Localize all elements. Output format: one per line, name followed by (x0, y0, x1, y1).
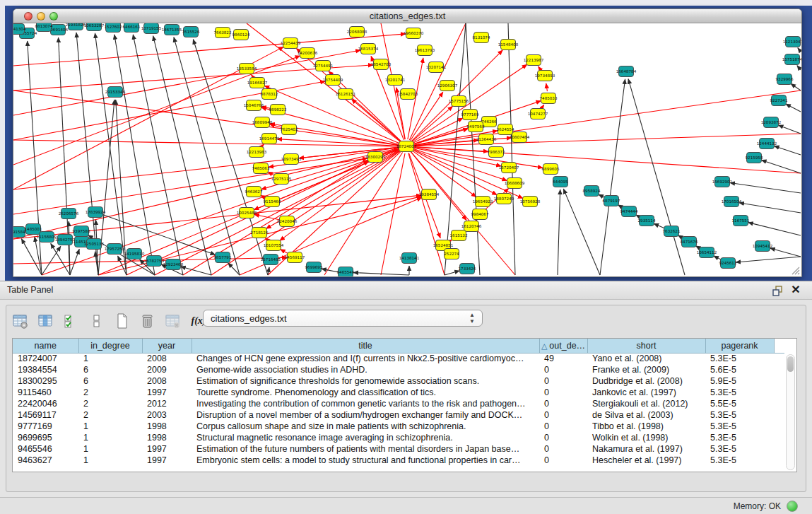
table-row[interactable]: 1938455462009Genome-wide association stu… (13, 364, 784, 375)
table-cell[interactable]: 5.9E-5 (705, 375, 774, 387)
graph-node[interactable]: 9115460 (264, 197, 281, 207)
float-panel-icon[interactable] (771, 284, 784, 297)
table-row[interactable]: 911546021997Tourette syndrome. Phenomeno… (13, 387, 784, 398)
graph-node[interactable]: 7625402 (281, 124, 298, 135)
table-cell[interactable]: 9777169 (13, 421, 78, 432)
graph-node[interactable]: 11548408 (498, 40, 519, 50)
table-cell[interactable]: 1 (78, 432, 142, 443)
graph-node[interactable]: 7485063 (252, 163, 270, 174)
graph-node[interactable]: 26206576 (59, 209, 79, 219)
graph-node[interactable]: 10756928 (520, 197, 541, 207)
table-cell[interactable]: Tourette syndrome. Phenomenology and cla… (192, 387, 539, 398)
table-cell[interactable]: de Silva et al. (2003) (587, 409, 705, 421)
graph-node[interactable]: 12906307 (437, 81, 458, 91)
window-titlebar[interactable]: citations_edges.txt (13, 9, 801, 23)
table-cell[interactable]: Franke et al. (2009) (587, 364, 705, 375)
column-header-in_degree[interactable]: in_degree (78, 339, 142, 353)
table-row[interactable]: 977716911998Corpus callosum shape and si… (13, 421, 784, 432)
graph-node[interactable]: 9245612 (719, 258, 737, 269)
table-cell[interactable]: 9699695 (13, 432, 78, 443)
graph-node[interactable]: 22420046 (277, 216, 298, 227)
graph-node[interactable]: 10807484 (510, 132, 530, 143)
graph-node[interactable]: 252274 (444, 249, 459, 259)
table-cell[interactable]: Yano et al. (2008) (587, 353, 705, 364)
graph-node[interactable]: 12254439 (281, 38, 301, 49)
table-cell[interactable]: 1997 (142, 387, 192, 398)
table-cell[interactable]: 2 (78, 398, 142, 409)
graph-node[interactable]: 22068088 (347, 27, 367, 37)
graph-node[interactable]: 9465546 (337, 267, 355, 277)
table-cell[interactable]: 22420046 (13, 398, 78, 409)
graph-node[interactable]: 15692901 (712, 177, 733, 187)
table-cell[interactable]: Nakamura et al. (1997) (587, 443, 705, 455)
graph-node[interactable]: 6899605 (542, 164, 560, 175)
table-cell[interactable]: Stergiakouli et al. (2012) (587, 398, 705, 409)
table-cell[interactable]: 5.6E-5 (705, 364, 774, 375)
graph-node[interactable]: 29153346 (105, 87, 126, 98)
graph-node[interactable]: 16648784 (616, 66, 637, 77)
graph-node[interactable]: 2718126 (251, 228, 269, 238)
table-cell[interactable]: Corpus callosum shape and size in male p… (192, 421, 539, 432)
table-cell[interactable]: Tibbo et al. (1998) (587, 421, 705, 432)
table-cell[interactable]: 1 (78, 421, 142, 432)
graph-node[interactable]: 14195810 (124, 249, 145, 259)
graph-node[interactable]: 1841304 (13, 24, 26, 35)
table-cell[interactable]: Embryonic stem cells: a model to study s… (192, 455, 539, 466)
table-cell[interactable]: 2 (78, 409, 142, 421)
table-cell[interactable]: Changes of HCN gene expression and I(f) … (192, 353, 539, 364)
table-cell[interactable]: 5.3E-5 (705, 387, 774, 398)
table-cell[interactable]: 0 (539, 387, 587, 398)
table-cell[interactable]: Estimation of the future numbers of pati… (192, 443, 539, 455)
graph-node[interactable]: 9857791 (214, 252, 232, 263)
graph-node[interactable]: 9397588 (73, 226, 90, 237)
graph-node[interactable]: 14200676 (298, 48, 318, 59)
graph-node[interactable]: 644095 (553, 177, 568, 187)
table-cell[interactable]: 19384554 (13, 364, 78, 375)
table-cell[interactable]: 2009 (142, 364, 192, 375)
graph-node[interactable]: 7615526 (182, 27, 200, 37)
network-table-select[interactable]: citations_edges.txt ▲▼ (203, 310, 483, 327)
table-cell[interactable]: 5.3E-5 (705, 432, 774, 443)
table-row[interactable]: 969969511998Structural magnetic resonanc… (13, 432, 784, 443)
graph-node[interactable]: 9463627 (245, 187, 263, 197)
graph-node[interactable]: 13201741 (385, 75, 406, 86)
graph-node[interactable]: 9898222 (269, 105, 287, 115)
graph-node[interactable]: 1733426 (459, 264, 476, 274)
graph-node[interactable]: 19384554 (419, 189, 440, 200)
graph-node[interactable]: 17839924 (86, 207, 106, 218)
graph-node[interactable]: 18807249 (494, 194, 514, 204)
resize-grip-icon[interactable] (790, 265, 800, 275)
table-cell[interactable]: Wolkin et al. (1998) (587, 432, 705, 443)
table-cell[interactable]: 0 (539, 398, 587, 409)
table-cell[interactable]: 1998 (142, 421, 192, 432)
graph-node[interactable]: 14138141 (399, 253, 420, 264)
table-cell[interactable]: 18724007 (13, 353, 78, 364)
graph-node[interactable]: 14671355 (162, 25, 182, 35)
table-cell[interactable]: 2008 (142, 353, 192, 364)
graph-node[interactable]: 10719155 (141, 23, 162, 34)
graph-node[interactable]: 18300295 (365, 152, 386, 163)
graph-node[interactable]: 1527602 (105, 23, 122, 33)
table-cell[interactable]: 18300295 (13, 375, 78, 387)
graph-node[interactable]: 10653287 (84, 23, 105, 31)
table-cell[interactable]: 0 (539, 421, 587, 432)
graph-node[interactable]: 10945412 (753, 241, 772, 252)
table-cell[interactable]: Disruption of a novel member of a sodium… (192, 409, 539, 421)
table-cell[interactable]: 0 (539, 443, 587, 455)
graph-node[interactable]: 16782759 (144, 256, 165, 267)
graph-node[interactable]: 12444132 (757, 139, 777, 149)
table-cell[interactable]: 1 (78, 455, 142, 466)
new-table-icon[interactable] (112, 311, 132, 331)
graph-node[interactable]: 15751874 (782, 54, 801, 65)
table-cell[interactable]: 0 (539, 364, 587, 375)
graph-node[interactable]: 12093872 (761, 117, 781, 128)
graph-node[interactable]: 8878312 (261, 89, 278, 100)
graph-node[interactable]: 19613793 (415, 45, 435, 56)
table-cell[interactable]: 6 (78, 364, 142, 375)
graph-node[interactable]: 19734893 (535, 71, 555, 81)
table-cell[interactable]: Investigating the contribution of common… (192, 398, 539, 409)
table-cell[interactable]: 0 (539, 432, 587, 443)
graph-node[interactable]: 9329966 (776, 74, 794, 85)
network-canvas[interactable]: 1872400797771697462666497568362455421364… (13, 23, 801, 276)
graph-node[interactable]: 9474444 (620, 206, 638, 217)
